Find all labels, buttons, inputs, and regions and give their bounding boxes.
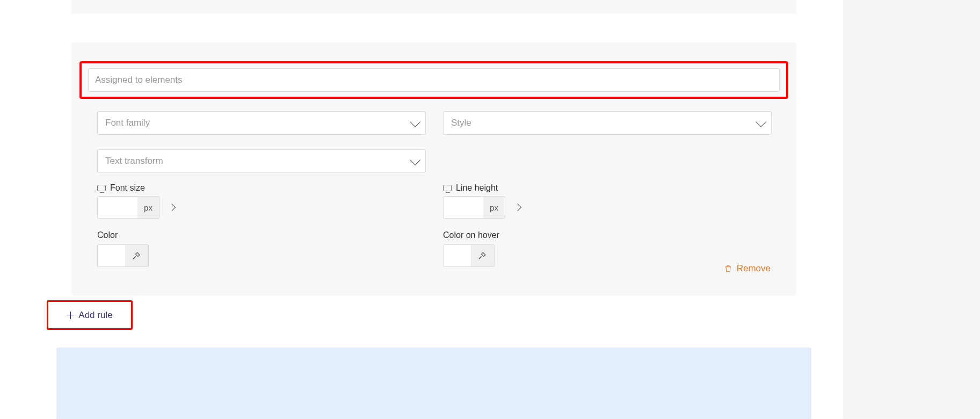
color-picker[interactable] — [97, 244, 149, 267]
color-hover-label: Color on hover — [443, 230, 772, 240]
font-size-input[interactable] — [98, 197, 137, 218]
responsive-icon — [97, 185, 106, 191]
chevron-down-icon — [756, 117, 766, 127]
remove-button[interactable]: Remove — [724, 263, 771, 274]
line-height-label-text: Line height — [456, 183, 498, 193]
line-height-input[interactable] — [444, 197, 483, 218]
line-height-unit[interactable]: px — [483, 197, 505, 218]
font-size-label-text: Font size — [110, 183, 145, 193]
font-size-label: Font size — [97, 183, 426, 193]
color-swatch — [98, 245, 125, 266]
color-label: Color — [97, 230, 426, 240]
assigned-elements-input[interactable] — [88, 68, 780, 92]
font-family-placeholder: Font family — [105, 118, 150, 128]
font-size-unit[interactable]: px — [137, 197, 159, 218]
plus-icon — [67, 312, 74, 319]
remove-label: Remove — [737, 263, 771, 274]
assigned-elements-highlight — [79, 61, 788, 99]
chevron-down-icon — [410, 117, 420, 127]
add-rule-label: Add rule — [78, 310, 112, 321]
chevron-right-icon[interactable] — [514, 204, 521, 211]
responsive-icon — [443, 185, 452, 191]
rule-panel: Font family Style Text transform Font si… — [71, 42, 796, 295]
main-area: Font family Style Text transform Font si… — [0, 0, 843, 419]
font-family-dropdown[interactable]: Font family — [97, 111, 426, 135]
add-rule-button[interactable]: Add rule — [67, 310, 112, 321]
text-transform-dropdown[interactable]: Text transform — [97, 149, 426, 173]
chevron-down-icon — [410, 155, 420, 165]
text-transform-placeholder: Text transform — [105, 156, 163, 167]
previous-panel-bottom — [71, 0, 796, 14]
trash-icon — [724, 264, 732, 273]
eyedropper-icon[interactable] — [471, 245, 494, 266]
style-dropdown[interactable]: Style — [443, 111, 772, 135]
right-gutter — [843, 0, 980, 419]
color-hover-picker[interactable] — [443, 244, 495, 267]
next-panel-top — [56, 348, 811, 419]
eyedropper-icon[interactable] — [125, 245, 148, 266]
chevron-right-icon[interactable] — [168, 204, 176, 211]
style-placeholder: Style — [451, 118, 471, 128]
add-rule-highlight: Add rule — [47, 300, 133, 330]
line-height-label: Line height — [443, 183, 772, 193]
color-hover-swatch — [444, 245, 471, 266]
